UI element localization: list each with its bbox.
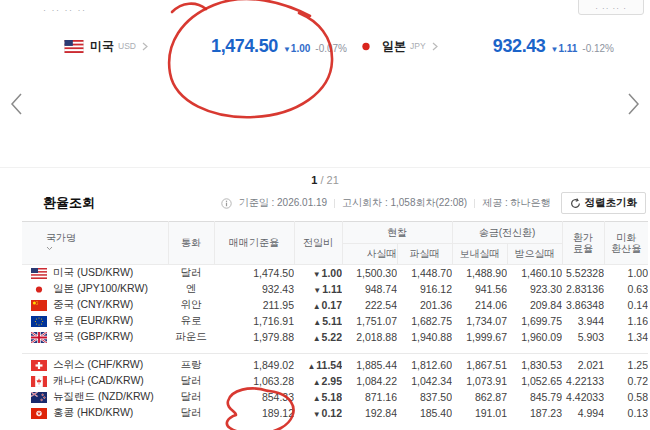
change-value: ▲5.22 [294, 329, 342, 345]
currency-name: 유로 [168, 313, 214, 329]
col-header-wire-send: 보내실때 [452, 244, 507, 265]
base-rate-value: 189.12 [214, 405, 294, 421]
quote-usd-name[interactable]: 미국 USD [64, 38, 148, 55]
table-row[interactable]: 미국 (USD/KRW) 달러 1,474.50 ▼1.00 1,500.30 … [22, 265, 648, 282]
page-total: 21 [327, 174, 339, 186]
quote-currency-code: JPY [410, 41, 426, 51]
quote-jpy-name[interactable]: 일본 JPY [356, 38, 438, 55]
table-row[interactable]: 홍콩 (HKD/KRW) 달러 189.12 ▼0.12 192.84 185.… [22, 405, 648, 421]
col-header-usd-rate: 미화 환산율 [604, 222, 648, 265]
cash-buy-value: 192.84 [342, 405, 397, 421]
wire-send-value: 1,488.90 [452, 265, 507, 282]
fee-rate-value: 4.42033 [562, 389, 604, 405]
quote-change: ▼1.11 [550, 43, 577, 54]
cash-sell-value: 1,940.88 [397, 329, 452, 345]
chevron-left-icon [10, 92, 23, 116]
flag-icon-us [31, 268, 47, 279]
cash-buy-value: 1,751.07 [342, 313, 397, 329]
wire-receive-value: 1,960.09 [507, 329, 562, 345]
quote-country-label: 미국 [90, 38, 114, 55]
base-rate-value: 1,716.91 [214, 313, 294, 329]
country-label: 중국 (CNY/KRW) [53, 298, 133, 312]
base-rate-value: 1,979.88 [214, 329, 294, 345]
currency-name: 위안 [168, 297, 214, 313]
flag-icon-jp [31, 284, 47, 295]
sort-reset-button[interactable]: 정렬초기화 [561, 192, 647, 214]
base-rate-value: 854.33 [214, 389, 294, 405]
rates-table-body: 미국 (USD/KRW) 달러 1,474.50 ▼1.00 1,500.30 … [22, 265, 648, 422]
change-value: ▲5.11 [294, 313, 342, 329]
carousel-prev-button[interactable] [6, 88, 27, 123]
wire-receive-value: 923.30 [507, 281, 562, 297]
page-title: 환율조회 [43, 194, 95, 212]
col-header-fee-rate: 환가 료율 [562, 222, 604, 265]
chevron-right-icon [627, 92, 640, 116]
currency-name: 달러 [168, 265, 214, 282]
cash-sell-value: 1,448.70 [397, 265, 452, 282]
flag-icon-hk [31, 408, 47, 419]
currency-name: 프랑 [168, 357, 214, 373]
currency-name: 엔 [168, 281, 214, 297]
refresh-icon [570, 198, 581, 209]
change-value: ▲0.17 [294, 297, 342, 313]
cash-buy-value: 948.74 [342, 281, 397, 297]
base-date: 기준일 : 2026.01.19 [239, 196, 327, 210]
flag-icon-cn [31, 300, 47, 311]
table-row[interactable]: 중국 (CNY/KRW) 위안 211.95 ▲0.17 222.54 201.… [22, 297, 648, 313]
clipped-header-button[interactable]: · ·· ·· · [578, 0, 644, 15]
country-label: 영국 (GBP/KRW) [53, 330, 133, 344]
fee-rate-value: 3.86348 [562, 297, 604, 313]
down-arrow-icon: ▼ [283, 45, 291, 54]
change-value: ▲11.54 [294, 357, 342, 373]
cash-sell-value: 1,812.60 [397, 357, 452, 373]
fee-rate-value: 2.83136 [562, 281, 604, 297]
currency-name: 달러 [168, 373, 214, 389]
exchange-rate-page: · ·· ·· ·· · ·· ·· · 미국 USD 1,474.50 ▼1.… [0, 0, 650, 430]
carousel-next-button[interactable] [623, 88, 644, 123]
cash-sell-value: 201.36 [397, 297, 452, 313]
change-value: ▲5.18 [294, 389, 342, 405]
flag-icon-ch [31, 360, 47, 371]
quote-meta: 기준일 : 2026.01.19 고시회차 : 1,058회차(22:08) 제… [221, 192, 646, 214]
info-icon [221, 198, 232, 209]
wire-receive-value: 1,052.65 [507, 373, 562, 389]
currency-name: 파운드 [168, 329, 214, 345]
wire-send-value: 191.01 [452, 405, 507, 421]
fee-rate-value: 5.52328 [562, 265, 604, 282]
cash-buy-value: 1,885.44 [342, 357, 397, 373]
cash-sell-value: 185.40 [397, 405, 452, 421]
change-value: ▼1.00 [294, 265, 342, 282]
cash-sell-value: 837.50 [397, 389, 452, 405]
wire-send-value: 1,734.07 [452, 313, 507, 329]
col-header-cash: 현찰 [342, 222, 452, 244]
country-label: 미국 (USD/KRW) [53, 266, 133, 280]
table-row[interactable]: 유로 (EUR/KRW) 유로 1,716.91 ▲5.11 1,751.07 … [22, 313, 648, 329]
quote-card-jpy[interactable]: 일본 JPY 932.43 ▼1.11 -0.12% [356, 34, 614, 58]
col-header-country[interactable]: 국가명 [22, 222, 168, 265]
quote-card-usd[interactable]: 미국 USD 1,474.50 ▼1.00 -0.07% [64, 34, 347, 58]
flag-icon-jp [356, 40, 376, 53]
table-row[interactable]: 스위스 (CHF/KRW) 프랑 1,849.02 ▲11.54 1,885.4… [22, 357, 648, 373]
base-rate-value: 1,474.50 [214, 265, 294, 282]
country-label: 뉴질랜드 (NZD/KRW) [53, 390, 154, 404]
divider [474, 199, 475, 208]
flag-icon-gb [31, 332, 47, 343]
table-row[interactable]: 일본 (JPY100/KRW) 엔 932.43 ▼1.11 948.74 91… [22, 281, 648, 297]
notice-round: 고시회차 : 1,058회차(22:08) [342, 196, 467, 210]
col-header-cash-buy: 사실때 [342, 244, 397, 265]
base-rate-value: 1,849.02 [214, 357, 294, 373]
table-row[interactable]: 캐나다 (CAD/KRW) 달러 1,063.28 ▲2.95 1,084.22… [22, 373, 648, 389]
quote-change: ▼1.00 [283, 43, 310, 54]
wire-send-value: 862.87 [452, 389, 507, 405]
clipped-header-text: · ·· ·· ·· [43, 8, 103, 16]
wire-receive-value: 1,830.53 [507, 357, 562, 373]
exchange-rates-table: 국가명 통화 매매기준율 전일비 현찰 송금(전신환) 환가 료율 미화 환산율… [22, 221, 648, 421]
wire-receive-value: 1,699.75 [507, 313, 562, 329]
wire-receive-value: 1,460.10 [507, 265, 562, 282]
wire-send-value: 941.56 [452, 281, 507, 297]
table-row[interactable]: 뉴질랜드 (NZD/KRW) 달러 854.33 ▲5.18 871.16 83… [22, 389, 648, 405]
quote-currency-code: USD [118, 41, 136, 51]
table-row[interactable]: 영국 (GBP/KRW) 파운드 1,979.88 ▲5.22 2,018.88… [22, 329, 648, 345]
quote-percent: -0.12% [582, 43, 614, 54]
carousel-pagination: 1 / 21 [0, 167, 650, 186]
